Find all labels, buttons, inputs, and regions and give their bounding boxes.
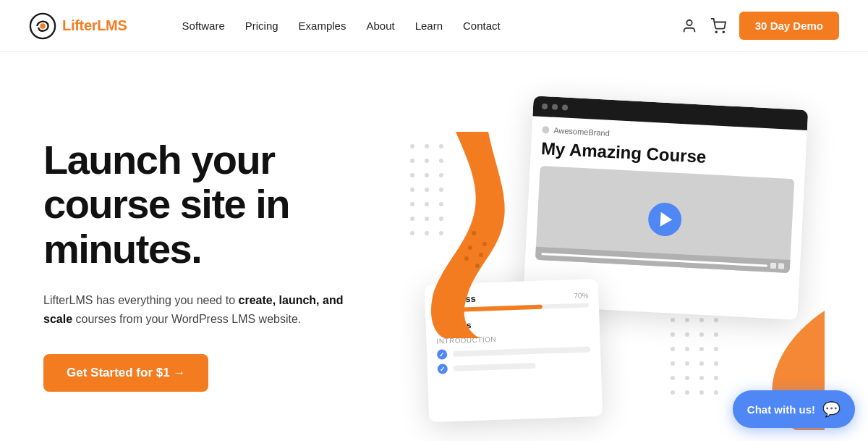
svg-point-49 [714, 390, 718, 395]
svg-point-48 [699, 390, 704, 395]
svg-point-31 [685, 332, 689, 337]
svg-point-18 [425, 202, 429, 206]
lesson-line-1 [453, 346, 590, 357]
logo-text: LifterLMS [62, 17, 127, 34]
lesson-row-1: ✓ [437, 344, 590, 359]
svg-point-43 [685, 376, 689, 380]
svg-point-50 [472, 231, 476, 235]
svg-point-14 [410, 188, 414, 192]
lesson-line-2 [454, 363, 536, 371]
brand-avatar [542, 126, 550, 134]
fullscreen-icon [778, 263, 784, 269]
chat-label: Chat with us! [747, 403, 815, 416]
check-icon-1: ✓ [437, 349, 447, 359]
svg-point-26 [671, 318, 675, 322]
svg-point-17 [410, 202, 414, 206]
svg-point-54 [464, 256, 469, 261]
nav-right: 30 Day Demo [681, 12, 839, 40]
chat-widget[interactable]: Chat with us! 💬 [733, 390, 855, 428]
svg-point-38 [671, 361, 675, 366]
svg-point-40 [699, 361, 704, 366]
orange-swoosh [430, 125, 524, 342]
nav-about[interactable]: About [366, 20, 394, 32]
play-triangle-icon [660, 212, 672, 227]
svg-point-55 [475, 264, 480, 268]
svg-point-37 [714, 347, 718, 351]
svg-point-27 [685, 318, 689, 322]
browser-content: AwesomeBrand My Amazing Course [524, 116, 807, 282]
svg-point-12 [425, 173, 429, 177]
volume-icon [770, 263, 776, 269]
checkmark-1: ✓ [439, 350, 445, 358]
user-icon[interactable] [681, 18, 697, 34]
nav-examples[interactable]: Examples [299, 20, 346, 32]
svg-point-36 [699, 347, 704, 351]
window-dot-3 [562, 104, 568, 110]
hero-right: AwesomeBrand My Amazing Course [391, 88, 825, 441]
svg-point-24 [425, 231, 429, 235]
hero-section: Launch your course site in minutes. Lift… [0, 52, 868, 441]
svg-point-45 [714, 376, 718, 380]
cart-icon[interactable] [710, 18, 726, 34]
hero-title: Launch your course site in minutes. [43, 138, 391, 272]
nav-software[interactable]: Software [182, 20, 225, 32]
demo-button[interactable]: 30 Day Demo [739, 12, 839, 40]
video-controls [535, 247, 790, 273]
nav-contact[interactable]: Contact [463, 20, 501, 32]
svg-point-46 [671, 390, 675, 395]
svg-point-6 [425, 144, 429, 148]
video-thumbnail [535, 166, 794, 273]
svg-point-52 [468, 245, 472, 250]
svg-point-8 [410, 159, 414, 163]
svg-point-20 [410, 217, 414, 221]
logo[interactable]: LifterLMS [29, 12, 127, 40]
nav-links: Software Pricing Examples About Learn Co… [153, 0, 529, 52]
svg-point-47 [685, 390, 689, 395]
svg-point-33 [714, 332, 718, 337]
nav-learn[interactable]: Learn [415, 20, 443, 32]
svg-point-53 [479, 253, 483, 257]
navbar: LifterLMS Software Pricing Examples Abou… [0, 0, 868, 52]
nav-left: LifterLMS Software Pricing Examples Abou… [29, 0, 529, 52]
nav-pricing[interactable]: Pricing [245, 20, 278, 32]
svg-point-34 [671, 347, 675, 351]
svg-point-5 [410, 144, 414, 148]
brand-name: AwesomeBrand [553, 126, 610, 138]
svg-point-23 [410, 231, 414, 235]
svg-point-44 [699, 376, 704, 380]
svg-point-15 [425, 188, 429, 192]
svg-point-42 [671, 376, 675, 380]
svg-point-30 [671, 332, 675, 337]
hero-left: Launch your course site in minutes. Lift… [43, 138, 391, 392]
svg-point-29 [714, 318, 718, 322]
svg-point-2 [686, 20, 692, 25]
svg-point-1 [40, 23, 46, 29]
logo-icon [29, 12, 56, 40]
window-dot-2 [552, 104, 558, 110]
chat-bubble-icon: 💬 [822, 400, 841, 418]
window-dot-1 [542, 104, 548, 109]
progress-percentage: 70% [574, 291, 588, 300]
play-button[interactable] [647, 202, 682, 237]
get-started-button[interactable]: Get Started for $1 → [43, 354, 208, 392]
svg-point-11 [410, 173, 414, 177]
svg-point-4 [723, 31, 724, 33]
svg-point-41 [714, 361, 718, 366]
progress-track [541, 253, 767, 266]
svg-point-39 [685, 361, 689, 366]
svg-point-32 [699, 332, 704, 337]
lesson-row-2: ✓ [438, 358, 591, 374]
svg-point-21 [425, 217, 429, 221]
svg-point-28 [699, 318, 704, 322]
checkmark-2: ✓ [440, 365, 446, 372]
control-icons [770, 263, 784, 269]
svg-point-9 [425, 159, 429, 163]
check-icon-2: ✓ [438, 364, 448, 374]
svg-point-35 [685, 347, 689, 351]
hero-description: LifterLMS has everything you need to cre… [43, 291, 362, 328]
svg-point-3 [715, 31, 717, 33]
svg-point-51 [482, 242, 487, 246]
